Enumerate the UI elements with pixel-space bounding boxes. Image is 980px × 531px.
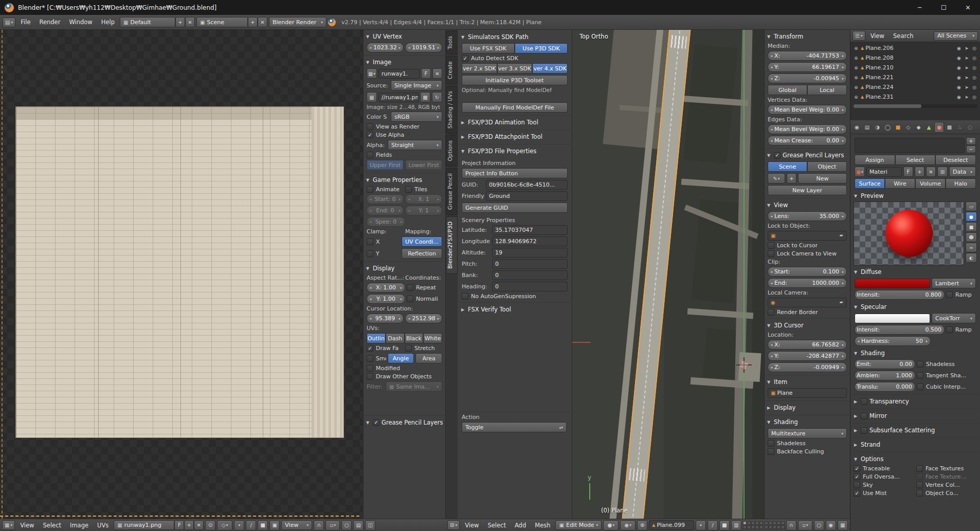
colorspace-dropdown[interactable]: sRGB▾ (391, 112, 442, 122)
panel-header-animation-tool[interactable]: ▶FSX/P3D Animation Tool (461, 117, 569, 127)
outliner-row-plane-224[interactable]: ⊕▲Plane.224◉➤◎ (852, 82, 978, 92)
data-link-dropdown[interactable]: Data▾ (949, 167, 976, 177)
sky-checkbox[interactable]: Sky (854, 482, 914, 488)
visibility-eye-icon[interactable]: ◉ (956, 56, 962, 61)
tab-options[interactable]: Options (446, 135, 458, 167)
hardness-slider[interactable]: ◂Hardness:50▸ (855, 336, 931, 346)
clip-start-field[interactable]: ◂Start:0.100▸ (768, 267, 847, 277)
modified-checkbox[interactable]: Modified (367, 365, 400, 372)
uv-draw-black-button[interactable]: Black (405, 333, 424, 343)
tab-modifiers[interactable]: ◆ (914, 122, 923, 133)
median-x-field[interactable]: ◂X:-404.71753▸ (768, 51, 847, 61)
object-color-checkbox[interactable]: Object Co... (916, 490, 977, 497)
ver2-sdk-button[interactable]: ver 2.x SDK (462, 63, 497, 74)
image-filepath-field[interactable]: //runway1.png (378, 93, 419, 102)
selectable-arrow-icon[interactable]: ➤ (964, 65, 970, 70)
generate-guid-button[interactable]: Generate GUID (462, 203, 568, 213)
alpha-mode-dropdown[interactable]: Straight▾ (388, 140, 442, 150)
ambient-slider[interactable]: Ambien:1.000 (855, 371, 915, 380)
outliner-row-plane-231[interactable]: ⊕▲Plane.231◉➤◎ (852, 92, 978, 102)
gp-scene-tab[interactable]: Scene (768, 161, 807, 172)
tangent-shading-checkbox[interactable]: Tangent Sha... (917, 372, 976, 379)
renderable-camera-icon[interactable]: ◎ (971, 65, 977, 70)
renderable-camera-icon[interactable]: ◎ (971, 85, 977, 90)
panel-header-item[interactable]: ▼Item (767, 376, 848, 387)
uv-edge-select-button[interactable]: ∕ (246, 520, 256, 530)
panel-header-file-properties[interactable]: ▼FSX/P3D File Properties (461, 145, 569, 156)
reload-image-button[interactable]: ↻ (432, 92, 442, 102)
tab-particles[interactable]: ∴ (955, 122, 965, 133)
action-dropdown[interactable]: Toggle▴▾ (462, 422, 567, 432)
pin-button[interactable]: ⊙ (205, 520, 215, 530)
project-info-button[interactable]: Project Info Button (462, 168, 568, 178)
uv-image-editor-canvas[interactable] (0, 30, 363, 519)
wire-type-button[interactable]: Wire (885, 178, 915, 189)
menu-help[interactable]: Help (98, 19, 118, 26)
view3d-editor-type-button[interactable]: ⊞▾ (447, 520, 460, 530)
median-z-field[interactable]: ◂Z:-0.00945▸ (768, 74, 847, 83)
v3d-menu-mesh[interactable]: Mesh (531, 522, 554, 529)
open-folder-button[interactable]: ▩ (420, 92, 430, 102)
backface-culling-checkbox[interactable]: Backface Culling (768, 448, 824, 455)
mode-dropdown[interactable]: ▣Edit Mode▾ (555, 520, 602, 530)
panel-header-transform[interactable]: ▼Transform (767, 31, 848, 41)
cursor-y-field[interactable]: ◂2512.98▸ (405, 314, 442, 323)
image-unlink-button[interactable]: ✕ (194, 520, 204, 530)
uv-menu-image[interactable]: Image (66, 522, 92, 529)
visibility-eye-icon[interactable]: ◉ (956, 95, 962, 100)
uv-menu-uvs[interactable]: UVs (94, 522, 112, 529)
local-camera-field[interactable]: ◉✒ (768, 298, 847, 307)
tab-render[interactable]: ◉ (852, 122, 862, 133)
scopes-button[interactable]: ◫ (365, 520, 375, 530)
panel-header-shading-3d[interactable]: ▼Shading (767, 416, 848, 427)
unlink-image-button[interactable]: ✕ (432, 68, 442, 79)
expand-icon[interactable]: ⊕ (853, 85, 859, 90)
tab-render-layers[interactable]: ▤ (862, 122, 872, 133)
initialize-p3d-toolset-button[interactable]: Initialize P3D Toolset (462, 75, 568, 85)
expand-icon[interactable]: ⊕ (853, 56, 859, 61)
tab-create[interactable]: Create (446, 56, 458, 84)
expand-icon[interactable]: ⊕ (853, 95, 859, 100)
face-textures-alpha-checkbox[interactable]: Face Texture... (916, 473, 977, 480)
use-p3d-sdk-button[interactable]: Use P3D SDK (515, 43, 568, 53)
gp-add-button[interactable]: + (787, 173, 796, 184)
mapping-reflection-button[interactable]: Reflection (402, 248, 442, 259)
longitude-field[interactable]: 128.94069672 (492, 236, 568, 246)
filter-dropdown[interactable]: ▦Same Ima...▾ (386, 381, 442, 392)
outliner-menu-search[interactable]: Search (890, 32, 917, 40)
diffuse-shader-dropdown[interactable]: Lambert▾ (932, 278, 976, 288)
outliner-row-plane-210[interactable]: ⊕▲Plane.210◉➤◎ (852, 63, 978, 72)
global-button[interactable]: Global (768, 85, 807, 95)
material-name-field[interactable]: Materi (866, 167, 902, 177)
specular-ramp-checkbox[interactable]: Ramp (946, 326, 976, 333)
panel-header-grease-pencil[interactable]: ▼✓Grease Pencil Layers (366, 417, 443, 427)
tab-grease-pencil[interactable]: Grease Pencil (446, 168, 458, 215)
remove-material-slot-button[interactable]: − (966, 145, 976, 153)
full-oversampling-checkbox[interactable]: ✓Full Oversa... (854, 473, 914, 480)
use-mist-checkbox[interactable]: ✓Use Mist (854, 490, 914, 497)
panel-header-specular[interactable]: ▼Specular (854, 301, 977, 312)
expand-icon[interactable]: ⊕ (853, 46, 859, 51)
specular-intensity-slider[interactable]: Intensit:0.500 (855, 325, 945, 335)
selectable-arrow-icon[interactable]: ➤ (964, 75, 970, 80)
specular-color-swatch[interactable] (855, 314, 930, 323)
anim-end-field[interactable]: ◂End: 0▸ (367, 206, 404, 215)
tab-object-data[interactable]: ▲ (924, 122, 934, 133)
tab-physics[interactable]: ◌ (965, 122, 975, 133)
lock-camera-checkbox[interactable]: Lock Camera to View (768, 250, 837, 257)
image-browse-dropdown[interactable]: ▦runway1.png (114, 520, 174, 530)
maximize-button[interactable]: ☐ (932, 0, 956, 15)
browse-image-button[interactable]: ▦▾ (367, 68, 377, 79)
vertex-select-mode-button[interactable]: ∙ (696, 520, 706, 530)
shadeless-material-checkbox[interactable]: Shadeless (917, 361, 976, 368)
snap-mode-dropdown[interactable]: ▫▾ (325, 520, 340, 530)
face-select-mode-button[interactable]: ■ (719, 520, 730, 530)
animate-checkbox[interactable]: Animate (367, 186, 404, 193)
ver4-sdk-button[interactable]: ver 4.x SDK (532, 63, 568, 74)
menu-window[interactable]: Window (65, 19, 96, 26)
mean-crease-field[interactable]: ◂Mean Crease:0.00▸ (768, 136, 847, 145)
preview-monkey-button[interactable]: ☻ (966, 232, 977, 242)
pitch-field[interactable]: 0 (492, 259, 568, 269)
tab-texture[interactable]: ▩ (945, 122, 954, 133)
panel-header-display-3d[interactable]: ▶Display (767, 402, 848, 412)
